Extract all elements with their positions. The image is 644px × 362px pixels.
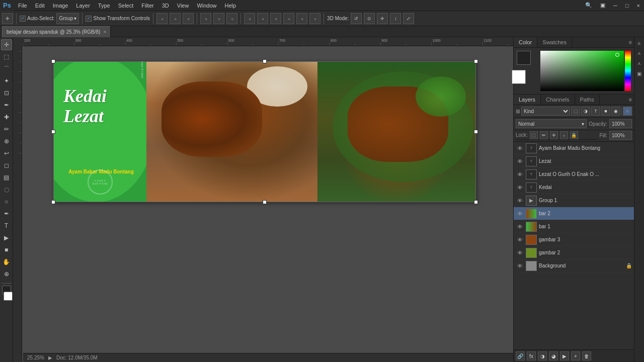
- pen-tool[interactable]: ✒: [1, 208, 12, 219]
- align-middle-btn[interactable]: ⬦: [213, 13, 224, 24]
- background-color-swatch[interactable]: [512, 70, 526, 84]
- layer-row[interactable]: 👁 Background 🔒: [514, 259, 634, 273]
- add-layer-btn[interactable]: +: [571, 351, 580, 360]
- canvas-area[interactable]: 200 300 400 500 600 700: [13, 37, 513, 362]
- lock-transparent-btn[interactable]: ⬚: [530, 131, 538, 139]
- align-bottom-btn[interactable]: ⬦: [226, 13, 237, 24]
- workspace-icon[interactable]: ▣: [596, 0, 609, 11]
- add-adjustment-btn[interactable]: ◕: [549, 351, 558, 360]
- lock-all-btn[interactable]: 🔒: [570, 131, 578, 139]
- distribute-bottom-btn[interactable]: ⬦: [309, 13, 320, 24]
- distribute-middle-btn[interactable]: ⬦: [296, 13, 307, 24]
- document-tab[interactable]: belajar desain spanduk @ 25.3% (RGB/8) ×: [2, 26, 111, 37]
- path-selection-tool[interactable]: ▶: [1, 232, 12, 243]
- minimize-btn[interactable]: ─: [609, 0, 621, 11]
- right-icon-2[interactable]: A: [635, 49, 643, 57]
- type-tool[interactable]: T: [1, 220, 12, 231]
- show-transform-checkbox[interactable]: ✓ Show Transform Controls: [86, 16, 150, 22]
- handle-top-right[interactable]: [474, 59, 478, 63]
- wand-tool[interactable]: ✦: [1, 75, 12, 86]
- right-icon-1[interactable]: ≡: [635, 39, 643, 47]
- document-canvas[interactable]: Kedai Lezat Ayam Bakar Madu Bontang ✦ Le…: [53, 61, 476, 202]
- handle-top-left[interactable]: [51, 59, 55, 63]
- hand-tool[interactable]: ✋: [1, 256, 12, 267]
- filter-shape-btn[interactable]: ■: [601, 107, 610, 116]
- move-tool-icon[interactable]: ✛: [2, 13, 13, 24]
- layer-row[interactable]: 👁 bar 2: [514, 207, 634, 220]
- distribute-right-btn[interactable]: ⬦: [270, 13, 281, 24]
- layer-visibility-icon[interactable]: 👁: [516, 144, 524, 152]
- layers-panel-menu[interactable]: ≡: [627, 95, 634, 105]
- handle-middle-right[interactable]: [474, 130, 478, 134]
- tab-layers[interactable]: Layers: [514, 95, 541, 105]
- filter-adjust-btn[interactable]: ◑: [581, 107, 590, 116]
- history-tool[interactable]: ↩: [1, 148, 12, 159]
- selection-tool[interactable]: ⬚: [1, 51, 12, 62]
- layer-row[interactable]: 👁 T Kedai: [514, 181, 634, 194]
- layer-visibility-icon[interactable]: 👁: [516, 262, 524, 270]
- link-layers-btn[interactable]: 🔗: [516, 351, 525, 360]
- menu-type[interactable]: Type: [94, 0, 114, 11]
- search-icon[interactable]: 🔍: [581, 0, 596, 11]
- eyedropper-tool[interactable]: ✒: [1, 100, 12, 111]
- align-left-btn[interactable]: ⬦: [156, 13, 168, 24]
- lasso-tool[interactable]: ⌒: [1, 63, 12, 74]
- layer-row[interactable]: 👁 T Ayam Bakar Madu Bontang: [514, 142, 634, 155]
- close-btn[interactable]: ×: [633, 0, 644, 11]
- handle-bottom-left[interactable]: [51, 200, 55, 204]
- blur-tool[interactable]: ◌: [1, 184, 12, 195]
- distribute-center-btn[interactable]: ⬦: [257, 13, 268, 24]
- right-icon-3[interactable]: A: [635, 59, 643, 67]
- tab-paths[interactable]: Paths: [575, 95, 600, 105]
- menu-3d[interactable]: 3D: [158, 0, 173, 11]
- handle-middle-left[interactable]: [51, 130, 55, 134]
- layer-row[interactable]: 👁 ▶ Group 1: [514, 194, 634, 207]
- healing-tool[interactable]: ✚: [1, 112, 12, 123]
- tab-swatches[interactable]: Swatches: [537, 37, 572, 47]
- menu-select[interactable]: Select: [114, 0, 138, 11]
- layer-row[interactable]: 👁 T Lezat: [514, 155, 634, 168]
- add-mask-btn[interactable]: ◑: [538, 351, 547, 360]
- layer-visibility-icon[interactable]: 👁: [516, 170, 524, 178]
- layer-visibility-icon[interactable]: 👁: [516, 223, 524, 231]
- foreground-color-swatch[interactable]: [517, 51, 531, 65]
- brush-tool[interactable]: ✏: [1, 124, 12, 135]
- layer-row[interactable]: 👁 T Lezat O Gurih O Enak O ...: [514, 168, 634, 181]
- clone-tool[interactable]: ⊕: [1, 136, 12, 147]
- menu-view[interactable]: View: [173, 0, 193, 11]
- menu-edit[interactable]: Edit: [31, 0, 49, 11]
- fill-input[interactable]: 100%: [609, 131, 632, 140]
- layer-visibility-icon[interactable]: 👁: [516, 210, 524, 218]
- menu-help[interactable]: Help: [221, 0, 240, 11]
- lock-pixels-btn[interactable]: ✏: [540, 131, 548, 139]
- menu-window[interactable]: Window: [193, 0, 220, 11]
- filter-type-btn[interactable]: T: [591, 107, 600, 116]
- menu-image[interactable]: Image: [49, 0, 72, 11]
- crop-tool[interactable]: ⊡: [1, 87, 12, 99]
- menu-file[interactable]: File: [14, 0, 31, 11]
- tab-channels[interactable]: Channels: [541, 95, 575, 105]
- layer-row[interactable]: 👁 gambar 2: [514, 246, 634, 259]
- distribute-left-btn[interactable]: ⬦: [244, 13, 255, 24]
- shape-tool[interactable]: ■: [1, 244, 12, 255]
- filter-pixel-btn[interactable]: ⬚: [571, 107, 580, 116]
- layer-visibility-icon[interactable]: 👁: [516, 184, 524, 192]
- 3d-roll-btn[interactable]: ⊙: [364, 13, 375, 24]
- 3d-pan-btn[interactable]: ✛: [377, 13, 388, 24]
- opacity-input[interactable]: 100%: [609, 119, 632, 128]
- layer-visibility-icon[interactable]: 👁: [516, 157, 524, 165]
- background-color[interactable]: [4, 292, 13, 301]
- delete-layer-btn[interactable]: 🗑: [582, 351, 591, 360]
- add-group-btn[interactable]: ▶: [560, 351, 569, 360]
- gradient-tool[interactable]: ▤: [1, 172, 12, 183]
- 3d-scale-btn[interactable]: ⤢: [403, 13, 414, 24]
- add-style-btn[interactable]: fx: [527, 351, 536, 360]
- color-picker[interactable]: [540, 51, 631, 91]
- layer-row[interactable]: 👁 bar 1: [514, 220, 634, 233]
- filter-smart-btn[interactable]: ◉: [611, 107, 620, 116]
- eraser-tool[interactable]: ◻: [1, 160, 12, 171]
- handle-top-center[interactable]: [263, 59, 267, 63]
- distribute-top-btn[interactable]: ⬦: [283, 13, 294, 24]
- align-right-btn[interactable]: ⬦: [183, 13, 194, 24]
- handle-bottom-right[interactable]: [474, 200, 478, 204]
